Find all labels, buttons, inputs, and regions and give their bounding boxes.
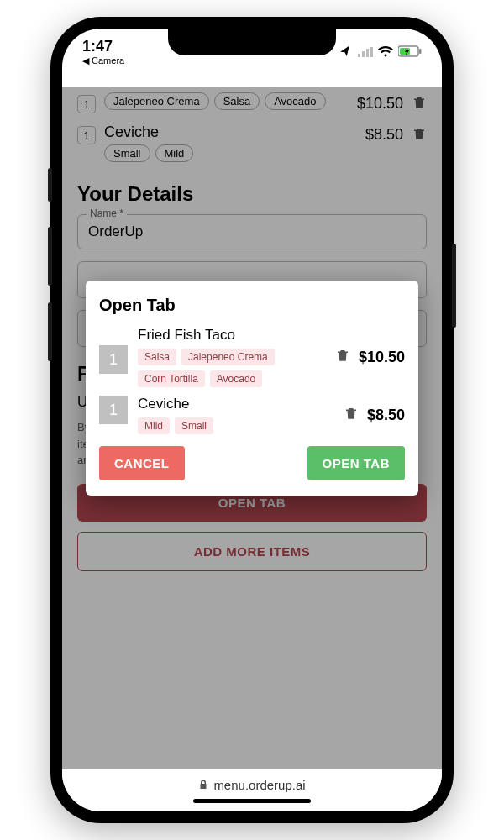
- trash-icon[interactable]: [344, 406, 359, 424]
- modal-item-row: 1 Ceviche Mild Small $8.50: [99, 396, 405, 434]
- modal-title: Open Tab: [99, 296, 405, 315]
- modal-tag: Salsa: [138, 349, 176, 365]
- modal-item-row: 1 Fried Fish Taco Salsa Jalepeneo Crema …: [99, 327, 405, 387]
- modal-tag: Mild: [138, 417, 170, 434]
- svg-rect-2: [366, 49, 369, 57]
- modal-tag: Avocado: [210, 370, 262, 387]
- modal-qty[interactable]: 1: [99, 396, 128, 424]
- battery-icon: [398, 44, 422, 61]
- home-indicator[interactable]: [193, 799, 311, 803]
- location-icon: [339, 44, 353, 61]
- modal-item-price: $10.50: [359, 349, 405, 366]
- modal-qty[interactable]: 1: [99, 345, 128, 374]
- url-bar[interactable]: menu.orderup.ai: [198, 778, 305, 792]
- cancel-button[interactable]: CANCEL: [99, 446, 185, 480]
- signal-icon: [358, 44, 373, 61]
- modal-item-name: Ceviche: [138, 396, 333, 412]
- status-time: 1:47: [82, 38, 113, 55]
- screen: 1:47 ◀ Camera 1 Jalepeneo Crema Salsa Av…: [62, 29, 442, 811]
- phone-frame: 1:47 ◀ Camera 1 Jalepeneo Crema Salsa Av…: [50, 17, 454, 823]
- url-text: menu.orderup.ai: [213, 778, 305, 792]
- modal-item-price: $8.50: [367, 407, 405, 424]
- open-tab-modal: Open Tab 1 Fried Fish Taco Salsa Jalepen…: [86, 281, 418, 496]
- modal-tag: Small: [175, 417, 213, 434]
- back-to-app[interactable]: ◀ Camera: [82, 55, 124, 66]
- svg-rect-3: [370, 47, 373, 57]
- svg-rect-1: [362, 51, 365, 57]
- svg-rect-6: [419, 49, 422, 54]
- trash-icon[interactable]: [335, 348, 350, 366]
- modal-tag: Jalepeneo Crema: [181, 349, 275, 365]
- browser-bar: menu.orderup.ai: [62, 769, 442, 811]
- lock-icon: [198, 778, 208, 792]
- open-tab-confirm-button[interactable]: OPEN TAB: [307, 446, 405, 480]
- notch: [168, 29, 336, 55]
- svg-rect-0: [358, 54, 360, 57]
- modal-tag: Corn Tortilla: [138, 370, 205, 387]
- modal-item-name: Fried Fish Taco: [138, 327, 325, 344]
- wifi-icon: [378, 44, 393, 61]
